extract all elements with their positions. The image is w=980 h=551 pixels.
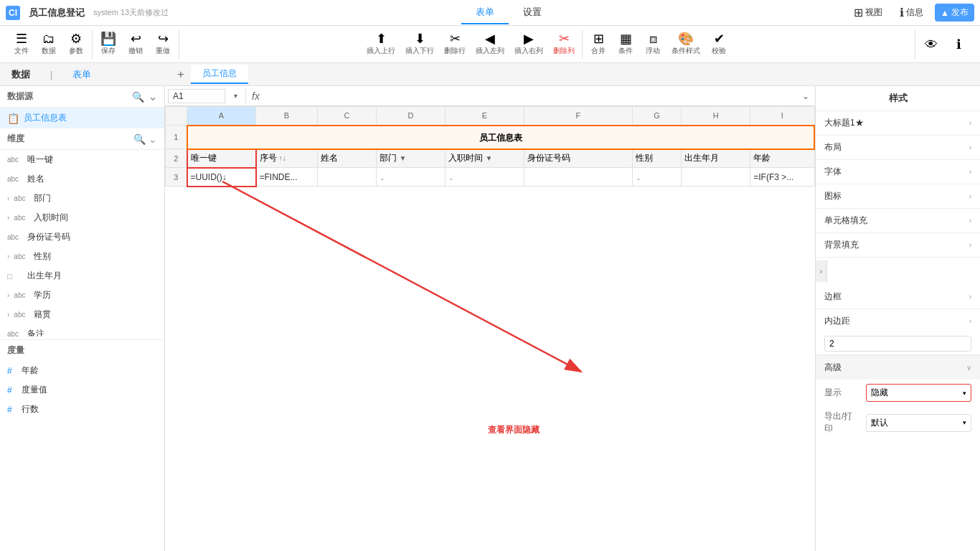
app-title: 员工信息登记: [29, 6, 85, 19]
insert-col-left-button[interactable]: ◀ 插入左列: [471, 29, 509, 60]
col-header-A[interactable]: A: [187, 107, 256, 126]
publish-button[interactable]: ▲ 发布: [935, 4, 974, 22]
dim-item-unique-key[interactable]: abc 唯一键: [0, 150, 164, 169]
cell-I3[interactable]: =IF(F3 >...: [750, 168, 814, 187]
condition-style-button[interactable]: 🎨 条件样式: [667, 29, 705, 60]
save-button[interactable]: 💾 保存: [95, 29, 121, 60]
datasource-search-icon[interactable]: 🔍: [132, 91, 144, 103]
cell-H3[interactable]: [682, 168, 750, 187]
cell-A1[interactable]: 员工信息表: [187, 126, 815, 149]
float-button[interactable]: ⧈ 浮动: [640, 29, 666, 60]
measure-item-value[interactable]: # 度量值: [0, 380, 164, 400]
validate-button[interactable]: ✔ 校验: [706, 29, 732, 60]
cell-ref-dropdown[interactable]: ▾: [228, 92, 242, 100]
display-label: 显示: [824, 387, 860, 399]
dim-search-icon[interactable]: 🔍: [133, 133, 146, 145]
cell-G3[interactable]: ⌄: [632, 168, 682, 187]
delete-row-button[interactable]: ✂ 删除行: [440, 29, 470, 60]
app-subtitle: system 13天前修改过: [93, 7, 169, 18]
cell-C3[interactable]: [317, 168, 376, 187]
cell-H2[interactable]: 出生年月: [682, 149, 750, 168]
redo-button[interactable]: ↪ 重做: [150, 29, 176, 60]
dim-item-name[interactable]: abc 姓名: [0, 169, 164, 189]
panel-collapse-button[interactable]: ›: [816, 260, 827, 282]
export-select[interactable]: 默认 ▾: [866, 414, 971, 432]
info-button[interactable]: ℹ 信息: [894, 4, 929, 22]
cell-F3[interactable]: [524, 168, 632, 187]
dim-item-gender[interactable]: › abc 性别: [0, 247, 164, 266]
dim-item-entry-time[interactable]: › abc 入职时间: [0, 208, 164, 227]
condition-button[interactable]: ▦ 条件: [613, 29, 639, 60]
section-arrow-cell-fill: ›: [969, 217, 971, 225]
cell-reference-input[interactable]: [168, 89, 225, 103]
insert-row-below-button[interactable]: ⬇ 插入下行: [401, 29, 438, 60]
view-button[interactable]: ⊞ 视图: [848, 4, 888, 22]
cell-A3[interactable]: =UUID()↓: [187, 168, 256, 187]
undo-button[interactable]: ↩ 撤销: [123, 29, 149, 60]
center-area: ▾ fx ⌄ A B C D E F: [165, 86, 815, 551]
datasource-expand-icon[interactable]: ⌄: [149, 91, 157, 103]
info-toggle-button[interactable]: ℹ: [946, 29, 971, 60]
dim-item-id-card[interactable]: abc 身份证号码: [0, 227, 164, 247]
tab-settings[interactable]: 设置: [509, 1, 556, 24]
section-header-border[interactable]: 边框 ›: [816, 285, 980, 309]
add-tab-button[interactable]: +: [171, 65, 191, 85]
merge-button[interactable]: ⊞ 合并: [585, 29, 611, 60]
col-header-G[interactable]: G: [632, 107, 682, 126]
formula-expand-icon[interactable]: ⌄: [799, 91, 812, 101]
formula-input[interactable]: [265, 90, 796, 103]
section-header-layout[interactable]: 布局 ›: [816, 136, 980, 159]
section-header-advanced[interactable]: 高级 ∨: [816, 356, 980, 380]
file-menu[interactable]: ☰ 文件: [9, 29, 34, 60]
cell-E2[interactable]: 入职时间 ▼: [446, 149, 524, 168]
style-section-icon: 图标 ›: [816, 184, 980, 209]
cell-A2[interactable]: 唯一键: [187, 149, 256, 168]
measure-item-age[interactable]: # 年龄: [0, 361, 164, 380]
inner-padding-input[interactable]: [824, 336, 971, 352]
left-panel: 数据源 🔍 ⌄ 📋 员工信息表 维度 🔍 ⌄ abc 唯一键 a: [0, 86, 165, 551]
param-menu[interactable]: ⚙ 参数: [63, 29, 89, 60]
display-select-arrow: ▾: [963, 390, 966, 397]
col-header-I[interactable]: I: [750, 107, 814, 126]
dim-item-birth[interactable]: □ 出生年月: [0, 266, 164, 286]
cell-B3[interactable]: =FINDE...: [256, 168, 318, 187]
data-menu[interactable]: 🗂 数据: [36, 29, 62, 60]
insert-col-right-button[interactable]: ▶ 插入右列: [510, 29, 547, 60]
cell-D3[interactable]: ⌄: [377, 168, 446, 187]
table-row: 1 员工信息表: [166, 126, 815, 149]
cell-C2[interactable]: 姓名: [317, 149, 376, 168]
tab-form[interactable]: 表单: [461, 1, 509, 24]
dim-item-education[interactable]: › abc 学历: [0, 286, 164, 305]
display-select[interactable]: 隐藏 ▾: [866, 384, 971, 402]
col-header-C[interactable]: C: [317, 107, 376, 126]
section-header-title[interactable]: 大标题1★ ›: [816, 111, 980, 135]
dim-item-remark[interactable]: abc 备注: [0, 324, 164, 336]
style-section-cell-fill: 单元格填充 ›: [816, 209, 980, 233]
cell-I2[interactable]: 年龄: [750, 149, 814, 168]
cell-F2[interactable]: 身份证号码: [524, 149, 632, 168]
view-toggle-button[interactable]: 👁: [918, 29, 944, 60]
cell-D2[interactable]: 部门 ▼: [377, 149, 446, 168]
section-header-font[interactable]: 字体 ›: [816, 160, 980, 184]
col-header-F[interactable]: F: [524, 107, 632, 126]
dim-item-dept[interactable]: › abc 部门: [0, 189, 164, 208]
measure-item-row-count[interactable]: # 行数: [0, 400, 164, 419]
col-header-B[interactable]: B: [256, 107, 318, 126]
cell-G2[interactable]: 性别: [632, 149, 682, 168]
section-header-icon[interactable]: 图标 ›: [816, 184, 980, 208]
datasource-item[interactable]: 📋 员工信息表: [0, 108, 164, 128]
dim-item-hometown[interactable]: › abc 籍贯: [0, 305, 164, 324]
cell-E3[interactable]: ⌄: [446, 168, 524, 187]
insert-row-above-button[interactable]: ⬆ 插入上行: [362, 29, 400, 60]
section-header-bg-fill[interactable]: 背景填充 ›: [816, 233, 980, 257]
delete-col-button[interactable]: ✂ 删除列: [549, 29, 579, 60]
col-header-H[interactable]: H: [682, 107, 750, 126]
active-sheet-tab[interactable]: 员工信息: [191, 65, 248, 84]
formula-bar: ▾ fx ⌄: [165, 86, 815, 106]
section-header-inner-padding[interactable]: 内边距 ›: [816, 309, 980, 333]
col-header-E[interactable]: E: [446, 107, 524, 126]
section-header-cell-fill[interactable]: 单元格填充 ›: [816, 209, 980, 232]
col-header-D[interactable]: D: [377, 107, 446, 126]
cell-B2[interactable]: 序号 ↑↓: [256, 149, 318, 168]
dim-expand-icon[interactable]: ⌄: [149, 133, 157, 145]
